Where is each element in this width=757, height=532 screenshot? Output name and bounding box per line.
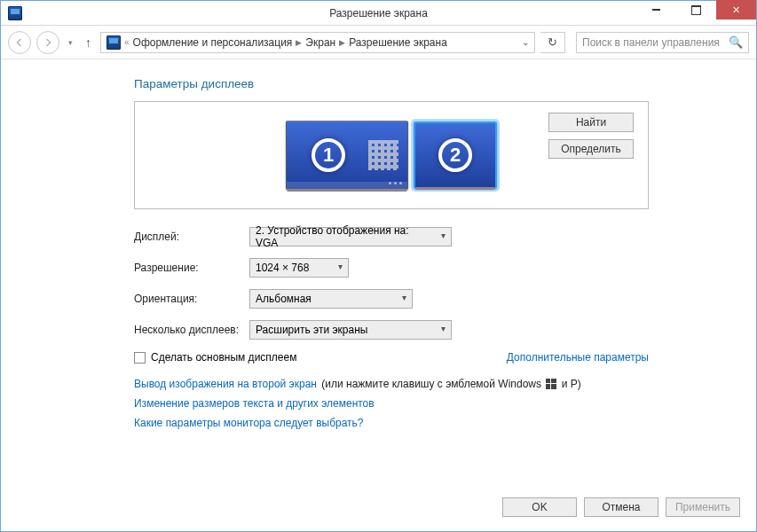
- monitor-2-selected[interactable]: 2: [414, 121, 497, 189]
- address-bar[interactable]: « Оформление и персонализация ▶ Экран ▶ …: [100, 32, 535, 53]
- up-button[interactable]: ↑: [82, 35, 95, 50]
- monitor-number: 1: [311, 138, 345, 172]
- advanced-settings-link[interactable]: Дополнительные параметры: [507, 351, 649, 364]
- address-dropdown-icon[interactable]: ⌄: [522, 37, 529, 47]
- make-primary-label: Сделать основным дисплеем: [151, 351, 296, 364]
- multidisplay-label: Несколько дисплеев:: [134, 324, 249, 336]
- orientation-select[interactable]: Альбомная: [249, 289, 413, 309]
- monitor-1[interactable]: 1: [286, 121, 408, 190]
- resolution-select[interactable]: 1024 × 768: [249, 258, 349, 278]
- close-button[interactable]: [716, 0, 756, 20]
- project-hint-2: и P): [558, 378, 580, 390]
- overflow-chevron-icon[interactable]: «: [124, 37, 130, 47]
- orientation-label: Ориентация:: [134, 293, 249, 305]
- make-primary-checkbox[interactable]: [134, 352, 146, 364]
- project-hint-1: (или нажмите клавишу с эмблемой Windows: [319, 378, 544, 390]
- ok-button[interactable]: OK: [502, 497, 577, 517]
- refresh-button[interactable]: ↻: [540, 32, 565, 53]
- text-size-link[interactable]: Изменение размеров текста и других элеме…: [134, 397, 375, 410]
- search-icon: 🔍: [729, 35, 743, 49]
- breadcrumb-item[interactable]: Экран: [305, 36, 335, 49]
- cancel-button[interactable]: Отмена: [584, 497, 658, 517]
- monitor-preview-box: 1 2 Найти Определить: [134, 101, 649, 209]
- resolution-label: Разрешение:: [134, 262, 249, 274]
- identify-button[interactable]: Определить: [548, 139, 634, 159]
- orientation-value: Альбомная: [256, 293, 311, 305]
- back-button[interactable]: [8, 31, 31, 54]
- monitor-number: 2: [438, 138, 472, 172]
- minimize-button[interactable]: [636, 0, 676, 20]
- search-input[interactable]: Поиск в панели управления 🔍: [576, 32, 749, 53]
- apply-button: Применить: [666, 497, 740, 517]
- start-screen-icon: [368, 140, 398, 170]
- breadcrumb-item[interactable]: Оформление и персонализация: [133, 36, 293, 49]
- resolution-value: 1024 × 768: [256, 262, 309, 274]
- multidisplay-select[interactable]: Расширить эти экраны: [249, 320, 452, 340]
- window-controls: [636, 1, 756, 25]
- multidisplay-value: Расширить эти экраны: [256, 324, 367, 336]
- display-select[interactable]: 2. Устройство отображения на: VGA: [249, 227, 452, 246]
- settings-form: Дисплей: 2. Устройство отображения на: V…: [134, 227, 649, 429]
- search-placeholder: Поиск в панели управления: [582, 36, 720, 49]
- content-area: Параметры дисплеев 1 2 Найти Определить: [1, 59, 756, 429]
- chevron-down-icon[interactable]: ▾: [65, 38, 76, 47]
- location-icon: [106, 35, 121, 50]
- navigation-row: ▾ ↑ « Оформление и персонализация ▶ Экра…: [1, 26, 756, 59]
- display-label: Дисплей:: [134, 231, 249, 243]
- display-value: 2. Устройство отображения на: VGA: [256, 224, 431, 249]
- windows-logo-icon: [546, 379, 556, 389]
- app-icon: [8, 6, 22, 20]
- dialog-buttons: OK Отмена Применить: [502, 497, 740, 517]
- help-link[interactable]: Какие параметры монитора следует выбрать…: [134, 417, 364, 429]
- find-button[interactable]: Найти: [548, 113, 634, 132]
- maximize-button[interactable]: [676, 0, 716, 20]
- titlebar: Разрешение экрана: [1, 1, 756, 26]
- forward-button[interactable]: [36, 31, 59, 54]
- breadcrumb-item[interactable]: Разрешение экрана: [349, 36, 447, 49]
- page-heading: Параметры дисплеев: [134, 77, 649, 90]
- chevron-right-icon: ▶: [339, 38, 345, 47]
- chevron-right-icon: ▶: [296, 38, 302, 47]
- project-link[interactable]: Вывод изображения на второй экран: [134, 378, 317, 390]
